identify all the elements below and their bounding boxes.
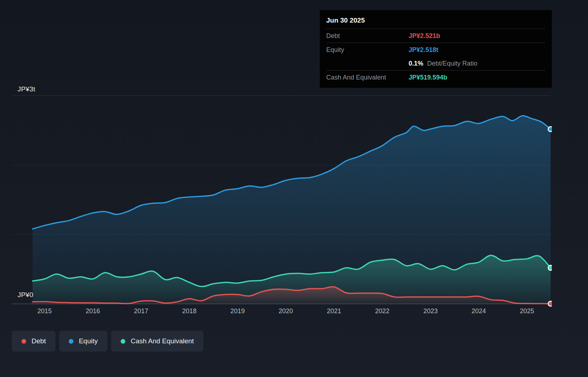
tooltip-debt-value: JP¥2.521b xyxy=(409,32,440,40)
x-axis-label: 2018 xyxy=(182,307,197,315)
tooltip-ratio-label: Debt/Equity Ratio xyxy=(427,60,477,67)
tooltip-date: Jun 30 2025 xyxy=(326,12,545,29)
legend-item-debt-label: Debt xyxy=(32,337,46,345)
tooltip-cash-value: JP¥519.594b xyxy=(409,74,447,81)
cash-legend-dot-icon xyxy=(121,339,125,344)
tooltip-equity-value: JP¥2.518t xyxy=(409,46,438,54)
x-axis-label: 2024 xyxy=(472,307,486,315)
chart-stage: JP¥3t JP¥0 20152016201720182019202020212… xyxy=(0,0,588,377)
legend-item-cash[interactable]: Cash And Equivalent xyxy=(111,331,203,352)
x-axis-label: 2023 xyxy=(423,307,438,315)
tooltip-row-ratio: 0.1% Debt/Equity Ratio xyxy=(326,57,545,70)
tooltip-equity-label: Equity xyxy=(326,46,409,54)
x-axis-label: 2019 xyxy=(230,307,245,315)
tooltip-row-cash: Cash And Equivalent JP¥519.594b xyxy=(326,70,545,84)
legend-item-debt[interactable]: Debt xyxy=(12,331,56,352)
equity-legend-dot-icon xyxy=(69,339,73,344)
tooltip-cash-label: Cash And Equivalent xyxy=(326,74,409,81)
tooltip-ratio-value: 0.1% xyxy=(409,60,423,67)
legend-item-equity[interactable]: Equity xyxy=(59,331,107,352)
tooltip-row-debt: Debt JP¥2.521b xyxy=(326,29,545,43)
x-axis-label: 2021 xyxy=(327,307,341,315)
x-axis-label: 2015 xyxy=(38,307,52,315)
x-axis-label: 2017 xyxy=(134,307,148,315)
legend-item-equity-label: Equity xyxy=(79,337,98,345)
debt-legend-dot-icon xyxy=(21,339,26,344)
chart-legend: Debt Equity Cash And Equivalent xyxy=(12,331,203,352)
tooltip-ratio: 0.1% Debt/Equity Ratio xyxy=(409,60,477,67)
legend-item-cash-label: Cash And Equivalent xyxy=(131,337,194,345)
y-axis-label-3t: JP¥3t xyxy=(18,85,35,93)
x-axis-label: 2020 xyxy=(279,307,293,315)
tooltip-row-equity: Equity JP¥2.518t xyxy=(326,43,545,57)
y-axis-label-0: JP¥0 xyxy=(18,291,33,299)
x-axis-label: 2025 xyxy=(520,307,534,315)
x-axis-label: 2022 xyxy=(375,307,389,315)
chart-tooltip: Jun 30 2025 Debt JP¥2.521b Equity JP¥2.5… xyxy=(320,10,552,88)
x-axis-label: 2016 xyxy=(86,307,100,315)
tooltip-debt-label: Debt xyxy=(326,32,409,40)
